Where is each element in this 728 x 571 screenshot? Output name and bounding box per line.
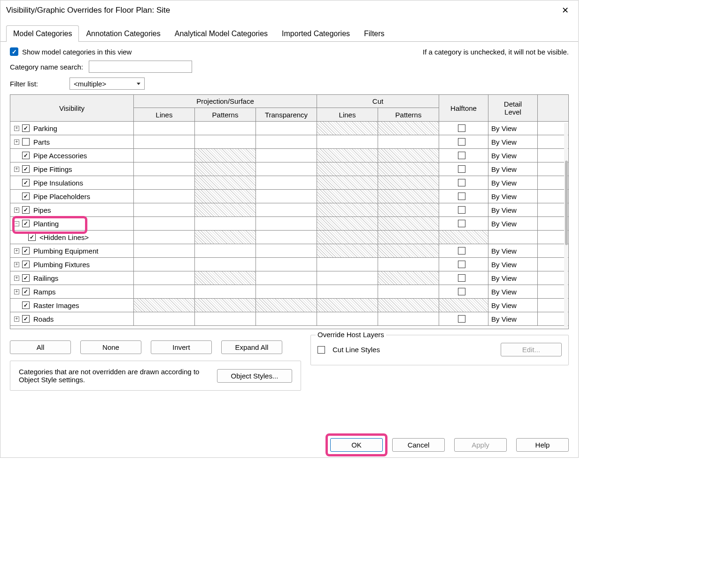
expand-icon[interactable]: + (14, 276, 19, 281)
cell-cut-patterns[interactable] (378, 244, 439, 257)
cancel-button[interactable]: Cancel (392, 438, 445, 452)
cell-cut-lines[interactable] (317, 149, 378, 162)
cell-cut-lines[interactable] (317, 285, 378, 298)
cell-halftone[interactable] (439, 203, 488, 216)
halftone-checkbox[interactable] (458, 261, 465, 268)
cell-proj-lines[interactable] (134, 162, 195, 176)
table-row[interactable]: +PipesBy View (10, 203, 568, 217)
cell-cut-patterns[interactable] (378, 258, 439, 271)
cell-detail-level[interactable]: By View (488, 190, 538, 203)
cell-cut-patterns[interactable] (378, 231, 439, 244)
cell-cut-lines[interactable] (317, 299, 378, 312)
cell-proj-lines[interactable] (134, 190, 195, 203)
row-checkbox[interactable] (22, 206, 30, 214)
cell-proj-transparency[interactable] (256, 135, 317, 148)
expand-icon[interactable]: + (14, 248, 19, 254)
cell-detail-level[interactable]: By View (488, 149, 538, 162)
cell-proj-transparency[interactable] (256, 203, 317, 216)
tab-model-categories[interactable]: Model Categories (6, 25, 79, 42)
category-search-input[interactable] (89, 61, 192, 73)
cell-proj-patterns[interactable] (195, 285, 256, 298)
cell-proj-lines[interactable] (134, 285, 195, 298)
cell-cut-lines[interactable] (317, 176, 378, 189)
cell-halftone[interactable] (439, 271, 488, 285)
cell-proj-patterns[interactable] (195, 299, 256, 312)
cell-cut-lines[interactable] (317, 271, 378, 285)
cell-proj-patterns[interactable] (195, 271, 256, 285)
object-styles-button[interactable]: Object Styles... (217, 369, 292, 383)
expand-icon[interactable]: + (14, 208, 19, 213)
cell-proj-patterns[interactable] (195, 149, 256, 162)
cut-line-styles-checkbox[interactable] (318, 346, 325, 354)
expand-icon[interactable]: + (14, 167, 19, 172)
cell-halftone[interactable] (439, 231, 488, 244)
cell-proj-patterns[interactable] (195, 217, 256, 230)
halftone-checkbox[interactable] (458, 138, 465, 146)
cell-detail-level[interactable]: By View (488, 244, 538, 257)
table-row[interactable]: +ParkingBy View (10, 122, 568, 135)
table-row[interactable]: +Plumbing EquipmentBy View (10, 244, 568, 258)
table-row[interactable]: +RampsBy View (10, 285, 568, 299)
cell-proj-lines[interactable] (134, 122, 195, 135)
help-button[interactable]: Help (516, 438, 569, 452)
cell-cut-lines[interactable] (317, 122, 378, 135)
cell-proj-transparency[interactable] (256, 122, 317, 135)
cell-cut-patterns[interactable] (378, 312, 439, 325)
cell-proj-transparency[interactable] (256, 285, 317, 298)
table-row[interactable]: +RailingsBy View (10, 271, 568, 285)
expand-icon[interactable]: + (14, 126, 19, 131)
expand-icon[interactable]: + (14, 316, 19, 322)
row-checkbox[interactable] (22, 274, 30, 282)
row-checkbox[interactable] (22, 179, 30, 186)
halftone-checkbox[interactable] (458, 193, 465, 200)
all-button[interactable]: All (10, 340, 71, 354)
expand-icon[interactable]: + (14, 139, 19, 145)
cell-proj-patterns[interactable] (195, 244, 256, 257)
cell-cut-patterns[interactable] (378, 190, 439, 203)
cell-cut-lines[interactable] (317, 217, 378, 230)
expand-all-button[interactable]: Expand All (221, 340, 282, 354)
cell-cut-patterns[interactable] (378, 162, 439, 176)
table-body[interactable]: +ParkingBy View+PartsBy ViewPipe Accesso… (10, 122, 568, 327)
cell-proj-patterns[interactable] (195, 231, 256, 244)
collapse-icon[interactable]: − (14, 221, 19, 226)
halftone-checkbox[interactable] (458, 315, 465, 323)
cell-halftone[interactable] (439, 285, 488, 298)
cell-proj-lines[interactable] (134, 258, 195, 271)
tab-analytical-model-categories[interactable]: Analytical Model Categories (168, 25, 275, 42)
cell-proj-lines[interactable] (134, 217, 195, 230)
halftone-checkbox[interactable] (458, 179, 465, 186)
expand-icon[interactable]: + (14, 289, 19, 294)
cell-halftone[interactable] (439, 244, 488, 257)
table-row[interactable]: Pipe AccessoriesBy View (10, 149, 568, 162)
ok-button[interactable]: OK (330, 438, 383, 452)
cell-proj-patterns[interactable] (195, 203, 256, 216)
cell-cut-patterns[interactable] (378, 135, 439, 148)
cell-detail-level[interactable]: By View (488, 258, 538, 271)
cell-proj-transparency[interactable] (256, 258, 317, 271)
none-button[interactable]: None (80, 340, 141, 354)
table-row[interactable]: +RoadsBy View (10, 312, 568, 326)
row-checkbox[interactable] (22, 165, 30, 173)
halftone-checkbox[interactable] (458, 220, 465, 227)
cell-proj-patterns[interactable] (195, 258, 256, 271)
cell-proj-transparency[interactable] (256, 299, 317, 312)
table-row[interactable]: Pipe PlaceholdersBy View (10, 190, 568, 203)
halftone-checkbox[interactable] (458, 247, 465, 255)
row-checkbox[interactable] (28, 233, 36, 241)
cell-detail-level[interactable]: By View (488, 217, 538, 230)
tab-imported-categories[interactable]: Imported Categories (275, 25, 357, 42)
cell-proj-patterns[interactable] (195, 176, 256, 189)
cell-proj-transparency[interactable] (256, 176, 317, 189)
halftone-checkbox[interactable] (458, 274, 465, 282)
cell-cut-patterns[interactable] (378, 122, 439, 135)
table-row[interactable]: <Hidden Lines> (10, 231, 568, 244)
cell-cut-lines[interactable] (317, 231, 378, 244)
cell-halftone[interactable] (439, 122, 488, 135)
row-checkbox[interactable] (22, 288, 30, 295)
table-row[interactable]: +Pipe FittingsBy View (10, 162, 568, 176)
cell-detail-level[interactable]: By View (488, 285, 538, 298)
cell-proj-lines[interactable] (134, 231, 195, 244)
cell-detail-level[interactable]: By View (488, 299, 538, 312)
cell-proj-lines[interactable] (134, 203, 195, 216)
